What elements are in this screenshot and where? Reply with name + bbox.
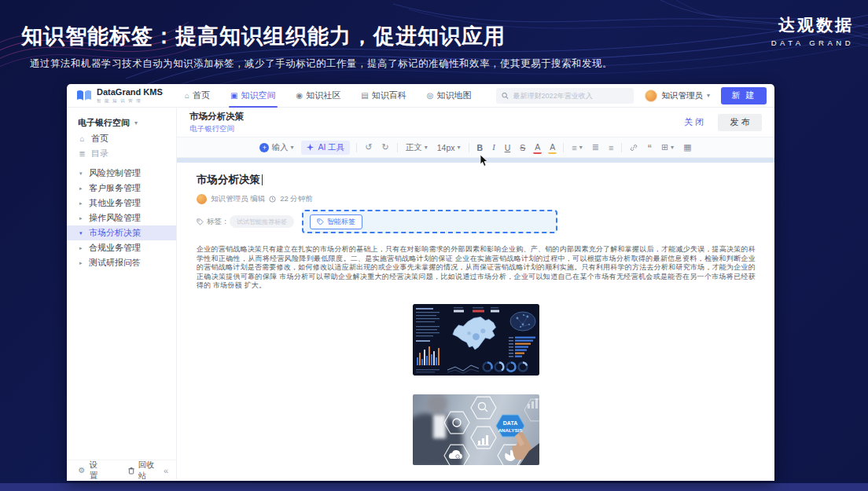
tree-item-label: 风险控制管理 <box>89 167 141 179</box>
trash-button[interactable]: 回收站 <box>128 460 160 482</box>
sidebar-item-catalog[interactable]: ≣ 目录 <box>67 146 176 161</box>
tag-icon <box>317 218 324 225</box>
page-title: 知识智能标签：提高知识组织能力，促进知识应用 <box>21 22 506 50</box>
publish-button[interactable]: 发 布 <box>718 114 762 131</box>
settings-label: 设置 <box>90 460 105 482</box>
nav-item[interactable]: ▤ 知识百科 <box>361 84 406 108</box>
search-input[interactable] <box>513 92 629 100</box>
highlight-color-button[interactable]: A <box>548 141 557 154</box>
sidebar-item-home[interactable]: ⌂ 首页 <box>67 131 176 146</box>
sidebar-tree-item[interactable]: ▸ 客户服务管理 <box>67 181 176 196</box>
document-meta: 知识管理员 编辑 22 分钟前 <box>197 194 756 204</box>
smart-tag-chip[interactable]: 智能标签 <box>310 214 362 229</box>
insert-image-button[interactable]: ▦ <box>682 141 693 154</box>
chevron-icon: ▾ <box>79 170 89 177</box>
nav-item-label: 知识社区 <box>306 90 340 101</box>
close-button[interactable]: 关 闭 <box>684 116 704 128</box>
sidebar-tree-item[interactable]: ▸ 测试研报问答 <box>67 255 176 270</box>
search-icon <box>502 92 509 100</box>
space-name: 电子银行空间 <box>78 117 130 129</box>
dashboard-mock <box>413 304 539 376</box>
table-button[interactable]: ⊞ ▾ <box>660 141 675 154</box>
author-name: 知识管理员 编辑 <box>211 194 265 204</box>
sidebar-tree-item[interactable]: ▾ 风险控制管理 <box>67 166 176 181</box>
tree-item-label: 测试研报问答 <box>89 257 141 269</box>
tag-hint-pill[interactable]: 试试智能推荐标签 <box>230 215 294 228</box>
bold-button[interactable]: B <box>476 141 485 154</box>
nav-item-label: 知识地图 <box>436 90 471 101</box>
nav-item[interactable]: ⌂ 首页 <box>185 84 210 108</box>
ai-tools-button[interactable]: AI 工具 <box>301 141 350 155</box>
sidebar-tree-item[interactable]: ▸ 其他业务管理 <box>67 196 176 211</box>
tree-item-label: 市场分析决策 <box>89 227 141 239</box>
app-logo-tagline: 智 能 知 识 管 理 <box>97 98 163 104</box>
chevron-down-icon: ▾ <box>134 119 138 126</box>
redo-button[interactable]: ↻ <box>381 141 391 154</box>
app-logo[interactable]: DataGrand KMS 智 能 知 识 管 理 <box>76 88 177 104</box>
nav-item-label: 首页 <box>193 90 210 101</box>
ordered-list-button[interactable]: ≣ <box>590 141 601 154</box>
nav-item[interactable]: ◎ 知识地图 <box>427 84 472 108</box>
link-button[interactable] <box>628 142 639 153</box>
gear-icon: ⚙ <box>78 466 86 475</box>
font-color-button[interactable]: A <box>533 141 542 154</box>
bar-chart-icon <box>477 435 489 445</box>
space-switcher[interactable]: 电子银行空间 ▾ <box>67 114 176 131</box>
sidebar-tree-item[interactable]: ▸ 操作风险管理 <box>67 211 176 225</box>
process-circle-icon <box>453 419 461 427</box>
chevron-icon: ▸ <box>79 245 89 251</box>
align-button[interactable]: ≡ ▾ <box>570 141 583 154</box>
page-subtitle: 通过算法和机器学习技术自动为知识添加标签，减少了手动标记的工作量，提高了标记的准… <box>30 57 612 71</box>
breadcrumb-space-link[interactable]: 电子银行空间 <box>189 124 244 134</box>
italic-button[interactable]: I <box>491 141 497 153</box>
top-navbar: DataGrand KMS 智 能 知 识 管 理 ⌂ 首页 ▣ 知识空间 <box>67 84 774 108</box>
unordered-list-button[interactable]: ≡ <box>607 141 615 154</box>
presentation-slide: 知识智能标签：提高知识组织能力，促进知识应用 通过算法和机器学习技术自动为知识添… <box>0 0 868 491</box>
data-analysis-image[interactable]: DATA ANALYSIS <box>413 394 539 465</box>
sidebar-tree-item[interactable]: ▾ 市场分析决策 <box>67 225 176 240</box>
author-avatar <box>197 194 207 204</box>
nav-item-icon: ▤ <box>361 91 368 100</box>
nav-item-icon: ◉ <box>296 91 303 100</box>
document-body-text[interactable]: 企业的营销战略决策只有建立在扎实的市场分析的基础上，只有在对影响需求的外部因素和… <box>197 245 756 291</box>
chevron-down-icon: ▾ <box>707 92 710 99</box>
main-nav: ⌂ 首页 ▣ 知识空间 ◉ 知识社区 ▤ 知识 <box>185 84 471 108</box>
dashboard-image[interactable] <box>413 304 539 376</box>
align-icon: ≡ <box>572 143 576 152</box>
tree-item-label: 合规业务管理 <box>89 242 141 254</box>
undo-button[interactable]: ↺ <box>363 141 373 154</box>
sparkle-icon <box>307 144 314 151</box>
search-box[interactable] <box>496 88 634 104</box>
settings-button[interactable]: ⚙ 设置 <box>78 460 105 482</box>
editor-toolbar: + 输入 ▾ AI 工具 ↺ ↻ 正文 <box>177 137 774 158</box>
chevron-down-icon: ▾ <box>425 144 428 151</box>
paragraph-style-select[interactable]: 正文 ▾ <box>404 141 429 155</box>
sidebar-tree-item[interactable]: ▸ 合规业务管理 <box>67 240 176 255</box>
input-mode-icon: + <box>259 143 269 152</box>
user-menu[interactable]: 知识管理员 ▾ <box>645 90 710 102</box>
collapse-sidebar-icon[interactable]: « <box>164 466 168 475</box>
toolbar-separator <box>397 143 398 152</box>
nav-item[interactable]: ▣ 知识空间 <box>230 84 275 108</box>
chevron-icon: ▸ <box>79 215 89 222</box>
font-size-select[interactable]: 14px ▾ <box>436 141 462 154</box>
mouse-cursor <box>480 155 489 167</box>
input-mode-button[interactable]: + 输入 ▾ <box>258 141 295 155</box>
nav-item-label: 知识百科 <box>372 90 406 101</box>
sidebar: 电子银行空间 ▾ ⌂ 首页 ≣ 目录 ▾ 风险控制管理 <box>67 108 177 480</box>
tag-label-group: 标签： <box>197 217 230 227</box>
new-doc-button[interactable]: 新 建 <box>721 87 767 104</box>
nav-item-icon: ◎ <box>427 91 434 100</box>
hex-text-line1: DATA <box>503 420 517 425</box>
nav-item[interactable]: ◉ 知识社区 <box>296 84 341 108</box>
blockquote-button[interactable]: “ <box>645 141 653 154</box>
user-name: 知识管理员 <box>661 90 703 101</box>
trash-label: 回收站 <box>138 460 160 482</box>
link-icon <box>630 144 638 152</box>
document-editor[interactable]: 市场分析决策 知识管理员 编辑 22 分钟前 <box>177 163 774 480</box>
document-title[interactable]: 市场分析决策 <box>197 173 260 187</box>
underline-button[interactable]: U <box>503 141 513 154</box>
magnifier-icon <box>479 402 486 409</box>
toolbar-separator <box>356 143 357 152</box>
strikethrough-button[interactable]: S <box>518 141 527 154</box>
